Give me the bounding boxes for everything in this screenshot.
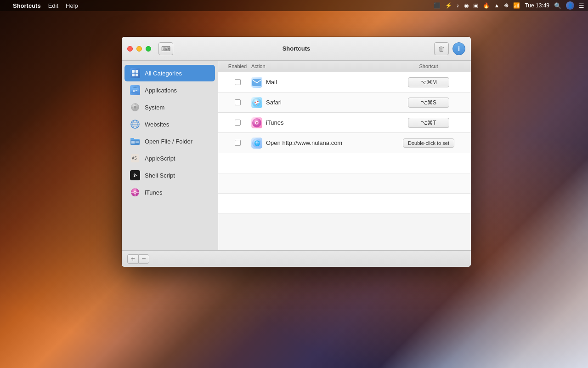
row-url-shortcut[interactable]: Double-click to set	[392, 138, 465, 148]
menubar: Shortcuts Edit Help ⬛ ⚡ ♪ ◉ ▣ 🔥 ▲ ❋ 📶 Tu…	[0, 0, 588, 11]
window-title: Shortcuts	[283, 45, 311, 52]
url-checkbox[interactable]	[235, 140, 241, 146]
menubar-user-icon[interactable]: 👤	[566, 1, 574, 10]
titlebar: ⌨ Shortcuts 🗑 i	[122, 37, 471, 61]
add-button[interactable]: +	[127, 254, 138, 264]
menubar-edit[interactable]: Edit	[48, 2, 58, 9]
add-remove-buttons: + −	[127, 254, 149, 264]
sidebar-item-system[interactable]: System	[124, 99, 215, 115]
svg-rect-8	[136, 90, 137, 91]
menubar-list-icon[interactable]: ☰	[579, 2, 584, 9]
row-itunes-shortcut[interactable]: ⌥⌘T	[392, 118, 465, 128]
itunes-shortcut-btn[interactable]: ⌥⌘T	[408, 118, 449, 128]
applications-icon	[130, 85, 140, 95]
itunes-action-label: iTunes	[266, 119, 284, 126]
applescript-icon: AS	[130, 153, 140, 163]
bottom-bar: + −	[122, 250, 471, 267]
row-safari-action: Safari	[251, 97, 392, 108]
row-safari-shortcut[interactable]: ⌥⌘S	[392, 98, 465, 108]
table-row: 🌐 Open http://www.nulana.com	[218, 133, 471, 153]
row-itunes-action: iTunes	[251, 117, 392, 128]
menubar-icon-4: ◉	[464, 2, 469, 9]
websites-icon	[130, 119, 140, 129]
minimize-button[interactable]	[136, 46, 142, 52]
sidebar-all-categories-label: All Categories	[145, 70, 182, 77]
row-mail-enabled[interactable]	[224, 79, 251, 85]
svg-rect-35	[252, 79, 261, 86]
row-itunes-enabled[interactable]	[224, 120, 251, 126]
svg-rect-13	[131, 107, 133, 108]
sidebar-item-shell-script[interactable]: $> Shell Script	[124, 167, 215, 184]
row-url-enabled[interactable]	[224, 140, 251, 146]
empty-row	[218, 173, 471, 194]
svg-rect-2	[132, 74, 135, 76]
sidebar-item-applescript[interactable]: AS AppleScript	[124, 150, 215, 167]
sidebar-open-file-label: Open File / Folder	[145, 138, 192, 145]
shell-script-icon: $>	[130, 170, 140, 180]
svg-point-45	[256, 122, 257, 123]
safari-checkbox[interactable]	[235, 99, 241, 105]
menubar-icon-7: ▲	[494, 2, 500, 9]
url-app-icon: 🌐	[251, 138, 262, 149]
trash-button[interactable]: 🗑	[434, 42, 449, 55]
table-body: Mail ⌥⌘M	[218, 72, 471, 250]
remove-button[interactable]: −	[138, 254, 149, 264]
menubar-time: Tue 13:49	[525, 2, 549, 9]
main-content: Enabled Action Shortcut	[218, 61, 471, 250]
sidebar-item-websites[interactable]: Websites	[124, 116, 215, 132]
menubar-icon-3: ♪	[457, 2, 459, 9]
shortcuts-window: ⌨ Shortcuts 🗑 i All Categories	[122, 37, 471, 267]
system-icon	[130, 102, 140, 112]
menubar-search-icon[interactable]: 🔍	[554, 2, 561, 9]
sidebar-item-itunes[interactable]: iTunes	[124, 184, 215, 201]
menubar-icon-5: ▣	[473, 2, 478, 9]
svg-point-10	[134, 106, 136, 109]
itunes-app-icon	[251, 117, 262, 128]
empty-row	[218, 153, 471, 173]
window-content: All Categories	[122, 61, 471, 250]
mail-checkbox[interactable]	[235, 79, 241, 85]
svg-rect-14	[137, 107, 139, 108]
info-button[interactable]: i	[452, 42, 465, 55]
svg-point-30	[135, 192, 136, 193]
titlebar-buttons: 🗑 i	[434, 42, 465, 55]
all-categories-icon	[130, 68, 140, 78]
sidebar-item-applications[interactable]: Applications	[124, 82, 215, 98]
svg-marker-6	[132, 86, 138, 88]
header-action: Action	[251, 63, 392, 69]
menubar-help[interactable]: Help	[66, 2, 78, 9]
maximize-button[interactable]	[146, 46, 151, 52]
svg-text:AS: AS	[132, 156, 137, 161]
menubar-wifi-icon: 📶	[513, 2, 520, 9]
sidebar-item-open-file-folder[interactable]: Open File / Folder	[124, 133, 215, 150]
url-shortcut-set-btn[interactable]: Double-click to set	[403, 138, 454, 148]
menubar-icon-2: ⚡	[445, 2, 452, 9]
mail-action-label: Mail	[266, 79, 277, 86]
safari-shortcut-btn[interactable]: ⌥⌘S	[408, 98, 449, 108]
sidebar-itunes-label: iTunes	[145, 189, 163, 196]
itunes-checkbox[interactable]	[235, 120, 241, 126]
row-mail-action: Mail	[251, 77, 392, 88]
row-safari-enabled[interactable]	[224, 99, 251, 105]
menubar-icon-1: ⬛	[434, 2, 441, 9]
sidebar-item-all-categories[interactable]: All Categories	[124, 65, 215, 81]
svg-rect-12	[135, 109, 136, 111]
close-button[interactable]	[127, 46, 133, 52]
mail-shortcut-btn[interactable]: ⌥⌘M	[408, 77, 449, 87]
keyboard-icon[interactable]: ⌨	[158, 42, 173, 55]
table-row: Safari ⌥⌘S	[218, 92, 471, 113]
sidebar: All Categories	[122, 61, 218, 250]
mail-app-icon	[251, 77, 262, 88]
row-mail-shortcut[interactable]: ⌥⌘M	[392, 77, 465, 87]
sidebar-applescript-label: AppleScript	[145, 155, 175, 162]
menubar-app-name[interactable]: Shortcuts	[13, 2, 41, 9]
svg-rect-1	[136, 70, 138, 73]
table-header: Enabled Action Shortcut	[218, 61, 471, 72]
table-row: iTunes ⌥⌘T	[218, 113, 471, 133]
safari-app-icon	[251, 97, 262, 108]
menubar-left: Shortcuts Edit Help	[4, 2, 78, 9]
sidebar-applications-label: Applications	[145, 87, 177, 94]
svg-rect-5	[131, 88, 139, 93]
menubar-right: ⬛ ⚡ ♪ ◉ ▣ 🔥 ▲ ❋ 📶 Tue 13:49 🔍 👤 ☰	[434, 1, 585, 10]
svg-rect-23	[131, 141, 135, 144]
